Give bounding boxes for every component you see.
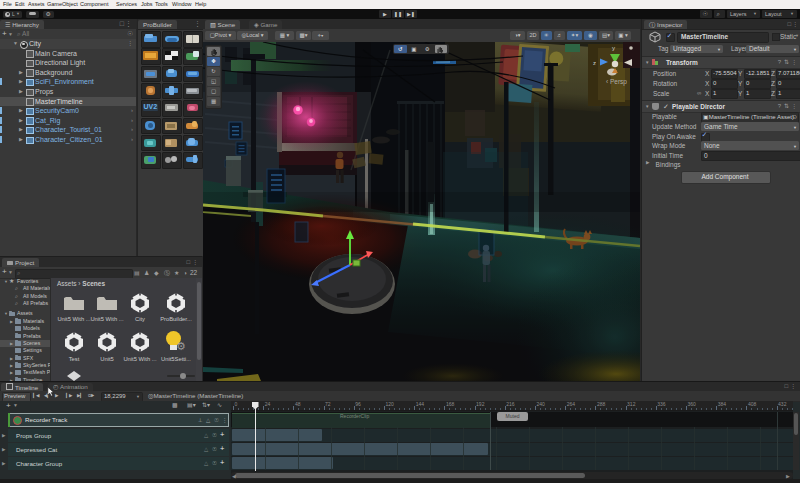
svg-text:‹ Persp: ‹ Persp bbox=[606, 78, 627, 86]
svg-text:z: z bbox=[593, 60, 596, 66]
svg-text:y: y bbox=[612, 45, 615, 51]
